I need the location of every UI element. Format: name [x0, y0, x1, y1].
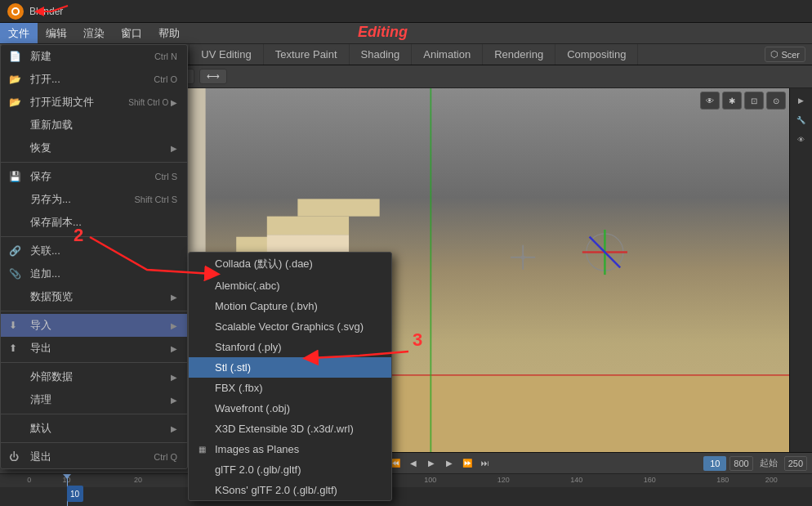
menu-save-as[interactable]: 另存为... Shift Ctrl S [1, 188, 187, 211]
menu-file[interactable]: 文件 [0, 23, 38, 43]
tab-compositing[interactable]: Compositing [555, 44, 638, 65]
ruler-mark-100: 100 [424, 476, 436, 484]
menu-cleanup[interactable]: 清理 ▶ [1, 388, 187, 411]
app-title: Blender [29, 6, 63, 17]
menu-new[interactable]: 📄 新建 Ctrl N [1, 45, 187, 68]
import-x3d[interactable]: X3D Extensible 3D (.x3d/.wrl) [189, 419, 391, 439]
viewport-shading-btn[interactable]: 👁 [700, 92, 720, 110]
menu-reload[interactable]: 重新加载 [1, 114, 187, 137]
export-icon: ⬆ [9, 343, 17, 354]
scene-selector[interactable]: ⬡ Scer [765, 47, 805, 62]
overlay-btn[interactable]: ⊡ [744, 92, 764, 110]
import-stl[interactable]: Stl (.stl) [189, 357, 391, 378]
svg-rect-13 [297, 199, 379, 216]
export-arrow: ▶ [171, 344, 177, 353]
menu-link[interactable]: 🔗 关联... [1, 240, 187, 262]
gizmo-toggle-btn[interactable]: ✱ [722, 92, 742, 110]
import-fbx[interactable]: FBX (.fbx) [189, 378, 391, 398]
svg-point-22 [521, 255, 525, 259]
import-submenu: Collada (默认) (.dae) Alembic(.abc) Motion… [188, 252, 392, 501]
fps-display: 800 [729, 456, 752, 471]
separator3 [1, 311, 187, 311]
tool-props-btn[interactable]: 🔧 [792, 111, 810, 129]
ruler-mark-200: 200 [765, 476, 778, 484]
scene-icon: ⬡ [770, 49, 779, 60]
tab-rendering[interactable]: Rendering [483, 44, 555, 65]
import-svg[interactable]: Scalable Vector Graphics (.svg) [189, 316, 391, 337]
menu-external-data[interactable]: 外部数据 ▶ [1, 365, 187, 388]
open-recent-icon: 📂 [9, 96, 21, 108]
svg-rect-11 [267, 217, 349, 235]
extdata-arrow: ▶ [171, 373, 177, 382]
menu-save-copy[interactable]: 保存副本... [1, 211, 187, 234]
ruler-mark-20: 20 [134, 476, 142, 484]
tab-texture-paint[interactable]: Texture Paint [264, 44, 350, 65]
item-props-btn[interactable]: ▶ [792, 92, 810, 110]
import-gltf[interactable]: glTF 2.0 (.glb/.gltf) [189, 459, 391, 480]
menu-defaults[interactable]: 默认 ▶ [1, 417, 187, 440]
menu-import[interactable]: ⬇ 导入 ▶ [1, 314, 187, 337]
right-panel: ▶ 🔧 👁 [789, 88, 812, 452]
next-frame-btn[interactable]: ▶ [442, 456, 457, 471]
import-arrow: ▶ [171, 321, 177, 330]
tab-animation[interactable]: Animation [412, 44, 483, 65]
viewport-header-right: 👁 ✱ ⊡ ⊙ [700, 92, 786, 110]
save-icon: 💾 [9, 171, 21, 182]
menu-open[interactable]: 📂 打开... Ctrl O [1, 68, 187, 91]
images-icon: ▦ [199, 445, 215, 454]
ruler-mark-0: 0 [27, 476, 31, 484]
menu-export[interactable]: ⬆ 导出 ▶ [1, 337, 187, 360]
menu-save[interactable]: 💾 保存 Ctrl S [1, 165, 187, 188]
view-props-btn[interactable]: 👁 [792, 131, 810, 149]
ruler-mark-160: 160 [644, 476, 656, 484]
workspace-right: ⬡ Scer [765, 47, 812, 62]
menu-data-preview[interactable]: 数据预览 ▶ [1, 285, 187, 308]
import-ksons-gltf[interactable]: KSons' glTF 2.0 (.glb/.gltf) [189, 480, 391, 500]
mirror-icon: ⟷ [207, 71, 220, 82]
import-ply[interactable]: Stanford (.ply) [189, 337, 391, 357]
cleanup-arrow: ▶ [171, 396, 177, 405]
frame-10-marker[interactable]: 10 [67, 486, 83, 502]
menu-append[interactable]: 📎 追加... [1, 262, 187, 285]
menu-help[interactable]: 帮助 [150, 23, 188, 43]
menu-open-recent[interactable]: 📂 打开近期文件 Shift Ctrl O ▶ [1, 91, 187, 114]
next-key-btn[interactable]: ⏩ [460, 456, 475, 471]
frame-indicator[interactable]: 10 [703, 456, 726, 471]
import-motion-capture[interactable]: Motion Capture (.bvh) [189, 296, 391, 316]
mirror-btn[interactable]: ⟷ [199, 69, 227, 84]
viewport-mode-btn[interactable]: ⊙ [766, 92, 786, 110]
ruler-mark-120: 120 [497, 476, 510, 484]
separator2 [1, 236, 187, 237]
menu-quit[interactable]: ⏻ 退出 Ctrl Q [1, 446, 187, 468]
ruler-mark-180: 180 [716, 476, 729, 484]
open-icon: 📂 [9, 74, 21, 85]
import-icon: ⬇ [9, 320, 17, 331]
menu-bar: 文件 编辑 渲染 窗口 帮助 [0, 23, 812, 44]
recover-arrow: ▶ [171, 144, 177, 153]
go-end-btn[interactable]: ⏭ [478, 456, 493, 471]
defaults-arrow: ▶ [171, 424, 177, 433]
timeline-ruler: 0 10 20 40 60 80 100 120 140 160 180 200 [0, 474, 812, 487]
svg-point-2 [13, 9, 18, 14]
tab-uv-editing[interactable]: UV Editing [190, 44, 263, 65]
import-images-planes[interactable]: ▦ Images as Planes [189, 439, 391, 459]
preview-arrow: ▶ [171, 293, 177, 302]
import-collada[interactable]: Collada (默认) (.dae) [189, 253, 391, 275]
menu-edit[interactable]: 编辑 [38, 23, 75, 43]
playhead-indicator [63, 474, 71, 479]
menu-render[interactable]: 渲染 [75, 23, 113, 43]
menu-window[interactable]: 窗口 [113, 23, 150, 43]
prev-frame-btn[interactable]: ◀ [406, 456, 421, 471]
start-frame-input[interactable]: 250 [784, 456, 807, 471]
timeline-track[interactable]: 0 10 20 40 60 80 100 120 140 160 180 200… [0, 474, 812, 506]
menu-recover[interactable]: 恢复 ▶ [1, 137, 187, 159]
play-btn[interactable]: ▶ [424, 456, 439, 471]
file-menu: 📄 新建 Ctrl N 📂 打开... Ctrl O 📂 打开近期文件 Shif… [0, 44, 188, 469]
blender-logo-icon [7, 2, 25, 20]
import-alembic[interactable]: Alembic(.abc) [189, 275, 391, 296]
tab-shading[interactable]: Shading [350, 44, 413, 65]
append-icon: 📎 [9, 268, 21, 280]
link-icon: 🔗 [9, 245, 21, 257]
separator4 [1, 362, 187, 363]
import-obj[interactable]: Wavefront (.obj) [189, 398, 391, 419]
